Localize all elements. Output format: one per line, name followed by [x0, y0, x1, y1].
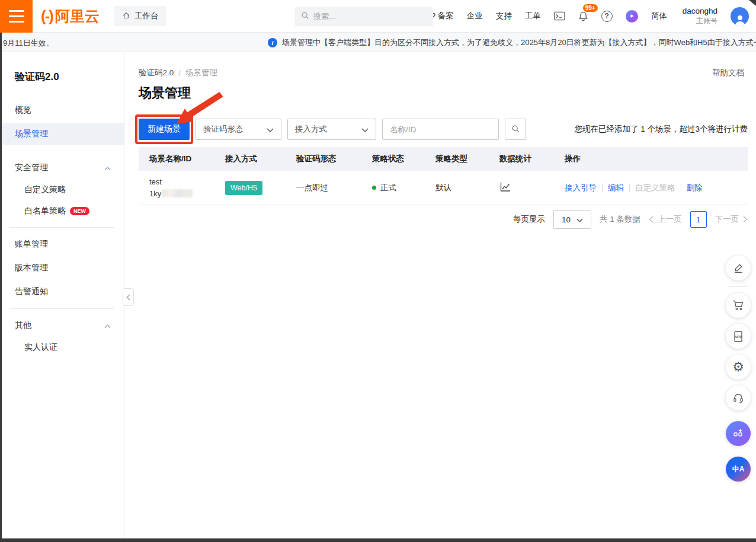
workbench-button[interactable]: 工作台: [114, 6, 167, 26]
header-search-input[interactable]: [313, 12, 420, 21]
new-scene-button[interactable]: 新建场景: [139, 119, 190, 140]
aliyun-logo-text: 阿里云: [55, 7, 100, 26]
action-separator: [629, 184, 630, 192]
info-icon: i: [268, 38, 277, 47]
current-page-button[interactable]: 1: [690, 211, 707, 228]
captcha-form-value: 一点即过: [296, 183, 372, 193]
aliyun-logo[interactable]: (-) 阿里云: [41, 7, 100, 26]
sidebar-group-security[interactable]: 安全管理: [0, 157, 124, 179]
breadcrumb-separator: /: [178, 69, 181, 78]
action-edit[interactable]: 编辑: [608, 183, 624, 193]
search-icon: [511, 125, 520, 135]
app-center-icon[interactable]: ✦: [626, 10, 638, 23]
ai-assistant-icon[interactable]: [726, 421, 751, 446]
per-page-label: 每页显示: [513, 214, 545, 225]
header-search[interactable]: [295, 7, 433, 26]
nav-item-tickets[interactable]: 工单: [525, 11, 541, 21]
mobile-app-icon[interactable]: APP: [726, 324, 751, 349]
announcement-bar: 9月11日生效。 i 场景管理中【客户端类型】目的为区分不同接入方式，为了避免歧…: [0, 33, 756, 52]
status-label: 正式: [380, 183, 396, 193]
chevron-down-icon: [361, 125, 369, 134]
announcement-text: 场景管理中【客户端类型】目的为区分不同接入方式，为了避免歧义，2025年8月20…: [282, 37, 756, 48]
sidebar-item-scene-management[interactable]: 场景管理: [0, 123, 124, 145]
settings-gear-icon[interactable]: ⚙: [726, 355, 751, 380]
aliyun-logo-mark: (-): [41, 7, 53, 25]
action-delete[interactable]: 删除: [687, 183, 703, 193]
policy-status-cell: 正式: [372, 183, 435, 193]
breadcrumb-scene-management: 场景管理: [185, 68, 217, 78]
feedback-pencil-icon[interactable]: [726, 256, 751, 280]
sidebar-item-version-management[interactable]: 版本管理: [0, 257, 124, 279]
search-button[interactable]: [505, 119, 526, 140]
cart-icon[interactable]: [726, 293, 751, 318]
notifications-bell-icon[interactable]: 99+: [578, 11, 588, 21]
scene-name-cell: test 1ky: [139, 176, 225, 200]
action-separator: [602, 184, 603, 192]
statistics-chart-icon[interactable]: [499, 181, 565, 194]
sidebar-collapse-handle[interactable]: [123, 288, 134, 306]
sidebar-item-overview[interactable]: 概览: [0, 99, 124, 122]
help-icon[interactable]: ?: [601, 11, 613, 22]
floating-toolbar: APP ⚙ 中A: [725, 256, 751, 482]
float-divider: [729, 286, 747, 287]
top-header: (-) 阿里云 工作台 费用 ICP 备案 企业 支持 工单: [0, 0, 756, 33]
toolbar: 新建场景 验证码形态 接入方式: [139, 119, 526, 140]
hamburger-menu-button[interactable]: [0, 0, 33, 33]
sidebar: 验证码2.0 概览 场景管理 安全管理 自定义策略 白名单策略 NEW 账单管理…: [0, 52, 124, 538]
sidebar-item-alert-notification[interactable]: 告警通知: [0, 280, 124, 303]
access-mode-badge: Web/H5: [225, 181, 262, 195]
announcement-tail-text: 9月11日生效。: [3, 38, 54, 49]
window-frame-bottom: [0, 538, 756, 542]
sidebar-group-others[interactable]: 其他: [0, 314, 124, 337]
chevron-up-icon: [104, 163, 111, 173]
col-policy-type: 策略类型: [435, 154, 499, 164]
aliyun-console-page: (-) 阿里云 工作台 费用 ICP 备案 企业 支持 工单: [0, 0, 756, 542]
nav-item-enterprise[interactable]: 企业: [467, 11, 483, 21]
access-mode-filter-select[interactable]: 接入方式: [287, 119, 376, 140]
sidebar-divider: [9, 151, 114, 151]
sidebar-divider: [9, 308, 114, 309]
product-title: 验证码2.0: [0, 52, 124, 84]
scene-table: 场景名称/ID 接入方式 验证码形态 策略状态 策略类型 数据统计 操作 tes…: [139, 147, 748, 205]
window-frame-left: [0, 33, 2, 542]
col-access-mode: 接入方式: [225, 154, 296, 164]
chevron-down-icon: [576, 215, 583, 224]
chevron-left-icon: [649, 216, 654, 223]
account-type: 主账号: [696, 17, 717, 25]
help-doc-link[interactable]: 帮助文档: [712, 68, 744, 78]
table-header-row: 场景名称/ID 接入方式 验证码形态 策略状态 策略类型 数据统计 操作: [139, 147, 748, 171]
col-captcha-form: 验证码形态: [296, 154, 372, 164]
translate-icon[interactable]: 中A: [726, 457, 751, 482]
language-switcher[interactable]: 简体: [651, 11, 667, 21]
captcha-form-filter-select[interactable]: 验证码形态: [196, 119, 281, 140]
per-page-select[interactable]: 10: [553, 210, 591, 229]
table-row: test 1ky Web/H5 一点即过 正式 默认 接入引导 编辑 自定义策略: [139, 171, 748, 205]
new-badge: NEW: [70, 207, 89, 215]
support-headset-icon[interactable]: [726, 385, 751, 410]
nav-item-support[interactable]: 支持: [496, 11, 512, 21]
avatar[interactable]: [731, 7, 749, 25]
scene-quota-note: 您现在已经添加了 1 个场景，超过3个将进行计费: [574, 124, 748, 135]
chevron-down-icon: [267, 125, 274, 134]
sidebar-item-billing-management[interactable]: 账单管理: [0, 233, 124, 256]
redacted-id-blur: [162, 189, 193, 197]
cloudshell-terminal-icon[interactable]: [554, 11, 565, 21]
sidebar-item-custom-policy[interactable]: 自定义策略: [0, 179, 124, 200]
breadcrumb-captcha[interactable]: 验证码2.0: [139, 68, 174, 78]
scene-name: test: [149, 176, 225, 188]
action-access-guide[interactable]: 接入引导: [565, 183, 597, 193]
breadcrumb: 验证码2.0 / 场景管理: [139, 68, 217, 78]
search-icon: [301, 11, 309, 22]
header-nav: 费用 ICP 备案 企业 支持 工单 99+ ? ✦ 简体 daconghd 主…: [393, 7, 756, 25]
username: daconghd: [683, 7, 717, 17]
policy-type-value: 默认: [435, 183, 499, 193]
chevron-right-icon: [743, 216, 748, 223]
name-id-search-input[interactable]: [382, 119, 499, 140]
sidebar-item-real-person-auth[interactable]: 实人认证: [0, 337, 124, 358]
account-menu[interactable]: daconghd 主账号: [683, 7, 717, 25]
sidebar-item-whitelist-policy[interactable]: 白名单策略 NEW: [0, 200, 124, 222]
next-page-button[interactable]: 下一页: [715, 214, 748, 225]
home-icon: [122, 11, 130, 21]
total-count: 共 1 条数据: [600, 214, 640, 225]
prev-page-button[interactable]: 上一页: [649, 214, 682, 225]
